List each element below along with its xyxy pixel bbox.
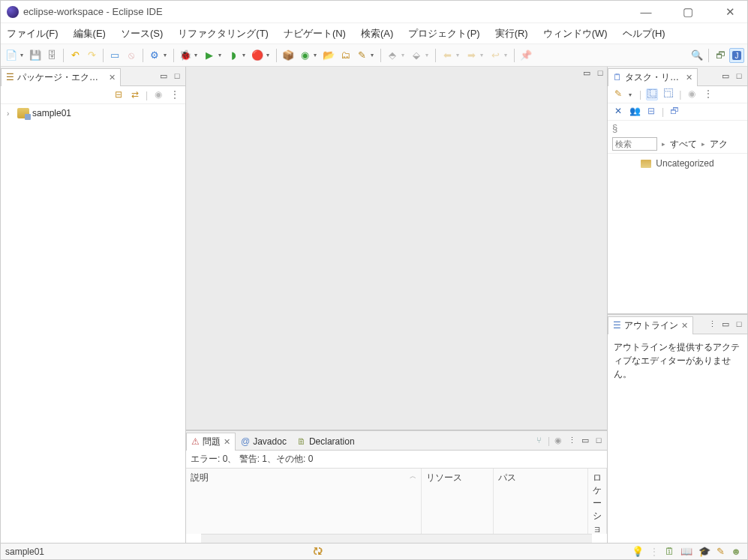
new-class-dropdown[interactable]: ▾ — [314, 52, 320, 58]
minimize-editor-icon[interactable]: ▭ — [581, 68, 592, 79]
new-java-package-icon[interactable]: 📦 — [281, 48, 296, 63]
java-perspective-icon[interactable]: J — [729, 48, 744, 63]
menu-navigate[interactable]: ナビゲート(N) — [281, 25, 349, 42]
new-icon[interactable]: 📄 — [4, 48, 19, 63]
menu-run[interactable]: 実行(R) — [492, 25, 531, 42]
open-type-icon[interactable]: 📂 — [321, 48, 336, 63]
focus-task-icon[interactable]: ◉ — [152, 89, 164, 101]
editor-area[interactable]: ▭ □ — [186, 67, 607, 430]
link-editor-icon[interactable]: ⇄ — [129, 89, 141, 101]
pin-editor-icon[interactable]: 📌 — [518, 48, 533, 63]
show-ui-legend-icon[interactable]: 🗗 — [668, 106, 680, 118]
new-task-dropdown[interactable]: ▾ — [629, 91, 635, 98]
view-menu-icon[interactable]: ⋮ — [702, 88, 714, 100]
synchronize-icon[interactable]: ✕ — [612, 106, 624, 118]
package-explorer-tree[interactable]: › sample01 — [1, 104, 185, 543]
prev-annotation-icon[interactable]: ⬘ — [385, 48, 400, 63]
task-search-input[interactable] — [612, 137, 657, 151]
menu-help[interactable]: ヘルプ(H) — [620, 25, 668, 42]
filter-all[interactable]: すべて — [670, 138, 697, 151]
uncategorized-row[interactable]: Uncategorized — [608, 154, 747, 173]
new-task-icon[interactable]: ✎ — [612, 88, 624, 100]
javadoc-tab[interactable]: @ Javadoc — [236, 433, 292, 450]
close-icon[interactable]: ✕ — [224, 437, 230, 447]
collapse-all-icon[interactable]: ⊟ — [645, 106, 657, 118]
menu-source[interactable]: ソース(S) — [118, 25, 166, 42]
back-dropdown[interactable]: ▾ — [456, 52, 462, 58]
samples-icon[interactable]: 🎓 — [698, 546, 710, 557]
back-icon[interactable]: ⬅ — [440, 48, 455, 63]
categorized-icon[interactable]: ⿺ — [646, 88, 658, 100]
project-node[interactable]: › sample01 — [5, 107, 181, 119]
build-icon[interactable]: ⚙ — [147, 48, 162, 63]
menu-refactor[interactable]: リファクタリング(T) — [175, 25, 272, 42]
skip-breakpoints-icon[interactable]: ⦸ — [124, 48, 139, 63]
open-task-icon[interactable]: 🗂 — [338, 48, 353, 63]
ext-tools-dropdown[interactable]: ▾ — [266, 52, 272, 58]
toggle-breadcrumb-icon[interactable]: ▭ — [107, 48, 122, 63]
col-path[interactable]: パス — [494, 469, 588, 534]
debug-icon[interactable]: 🐞 — [178, 48, 193, 63]
view-menu-icon[interactable]: ⋮ — [566, 436, 577, 446]
maximize-button[interactable]: ▢ — [677, 5, 699, 19]
minimize-view-icon[interactable]: ▭ — [720, 71, 731, 82]
build-dropdown[interactable]: ▾ — [164, 52, 170, 58]
save-all-icon[interactable]: 🗄 — [44, 48, 59, 63]
col-location[interactable]: ロケーション — [588, 469, 607, 534]
focus-icon[interactable]: ◉ — [553, 436, 563, 446]
new-java-class-icon[interactable]: ◉ — [297, 48, 312, 63]
scheduled-icon[interactable]: ⿹ — [662, 88, 674, 100]
declaration-tab[interactable]: 🗎 Declaration — [292, 433, 360, 450]
maximize-view-icon[interactable]: □ — [172, 71, 182, 82]
new-dropdown[interactable]: ▾ — [20, 52, 26, 58]
col-description[interactable]: 説明 ︿ — [186, 469, 422, 534]
menu-window[interactable]: ウィンドウ(W) — [540, 25, 611, 42]
menu-search[interactable]: 検索(A) — [358, 25, 396, 42]
menu-edit[interactable]: 編集(E) — [71, 25, 109, 42]
maximize-view-icon[interactable]: □ — [734, 319, 744, 330]
minimize-view-icon[interactable]: ▭ — [720, 319, 731, 330]
ext-tools-icon[interactable]: 🔴 — [250, 48, 265, 63]
save-icon[interactable]: 💾 — [28, 48, 43, 63]
minimize-view-icon[interactable]: ▭ — [158, 71, 169, 82]
run-icon[interactable]: ▶ — [202, 48, 217, 63]
tutorials-icon[interactable]: ☻ — [731, 546, 741, 557]
search-icon[interactable]: ✎ — [354, 48, 369, 63]
close-icon[interactable]: ✕ — [109, 73, 116, 82]
maximize-view-icon[interactable]: □ — [593, 436, 604, 446]
minimize-button[interactable]: — — [635, 5, 657, 19]
filter-ac[interactable]: アク — [710, 138, 728, 151]
debug-dropdown[interactable]: ▾ — [194, 52, 200, 58]
problems-tab[interactable]: ⚠ 問題 ✕ — [186, 433, 236, 451]
close-button[interactable]: ✕ — [719, 5, 741, 19]
run-dropdown[interactable]: ▾ — [218, 52, 224, 58]
package-explorer-tab[interactable]: ☰ パッケージ・エクスプロー... ✕ — [1, 68, 121, 86]
quick-access-icon[interactable]: 🔍 — [689, 48, 704, 63]
focus-workweek-icon[interactable]: ◉ — [686, 88, 698, 100]
next-ann-dropdown[interactable]: ▾ — [425, 52, 431, 58]
redo-icon[interactable]: ↷ — [84, 48, 99, 63]
status-sync-icon[interactable]: 🗘 — [313, 546, 323, 557]
task-list-tab[interactable]: 🗒 タスク・リスト ✕ — [608, 68, 698, 86]
forward-icon[interactable]: ➡ — [464, 48, 479, 63]
minimize-view-icon[interactable]: ▭ — [580, 436, 590, 446]
connector-icon[interactable]: § — [612, 122, 617, 133]
next-annotation-icon[interactable]: ⬙ — [409, 48, 424, 63]
problems-table[interactable]: 説明 ︿ リソース パス ロケーション › 警告 (1 項目) — [186, 468, 607, 534]
lastedit-dropdown[interactable]: ▾ — [504, 52, 510, 58]
close-icon[interactable]: ✕ — [681, 321, 688, 331]
overview-icon[interactable]: 📖 — [680, 546, 692, 557]
whatsnew-icon[interactable]: ✎ — [716, 546, 725, 557]
tip-icon[interactable]: 💡 — [632, 546, 644, 557]
coverage-dropdown[interactable]: ▾ — [242, 52, 248, 58]
collapse-all-icon[interactable]: ⊟ — [113, 89, 125, 101]
expand-icon[interactable]: › — [7, 109, 14, 118]
undo-icon[interactable]: ↶ — [68, 48, 83, 63]
col-resource[interactable]: リソース — [422, 469, 494, 534]
close-icon[interactable]: ✕ — [686, 73, 692, 82]
last-edit-icon[interactable]: ↩ — [488, 48, 503, 63]
view-menu-icon[interactable]: ⋮ — [169, 89, 181, 101]
task-list-content[interactable] — [608, 173, 747, 313]
forward-dropdown[interactable]: ▾ — [480, 52, 486, 58]
updates-icon[interactable]: 🗓 — [665, 546, 674, 557]
